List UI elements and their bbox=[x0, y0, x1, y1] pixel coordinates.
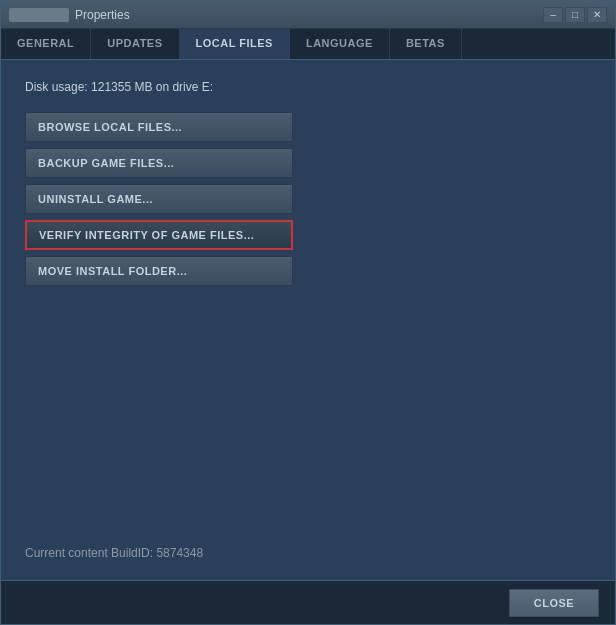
properties-window: Properties – □ ✕ GENERAL UPDATES LOCAL F… bbox=[0, 0, 616, 625]
disk-usage-label: Disk usage: 121355 MB on drive E: bbox=[25, 80, 591, 94]
uninstall-game-button[interactable]: UNINSTALL GAME... bbox=[25, 184, 293, 214]
app-icon bbox=[9, 8, 69, 22]
window-controls: – □ ✕ bbox=[543, 7, 607, 23]
minimize-button[interactable]: – bbox=[543, 7, 563, 23]
main-content: Disk usage: 121355 MB on drive E: BROWSE… bbox=[1, 60, 615, 580]
build-id-label: Current content BuildID: 5874348 bbox=[25, 546, 591, 560]
title-bar: Properties – □ ✕ bbox=[1, 1, 615, 29]
tab-bar: GENERAL UPDATES LOCAL FILES LANGUAGE BET… bbox=[1, 29, 615, 60]
bottom-bar: CLOSE bbox=[1, 580, 615, 624]
backup-game-files-button[interactable]: BACKUP GAME FILES... bbox=[25, 148, 293, 178]
tab-general[interactable]: GENERAL bbox=[1, 29, 91, 59]
close-button[interactable]: CLOSE bbox=[509, 589, 599, 617]
window-close-button[interactable]: ✕ bbox=[587, 7, 607, 23]
title-bar-left: Properties bbox=[9, 8, 130, 22]
verify-integrity-button[interactable]: VERIFY INTEGRITY OF GAME FILES... bbox=[25, 220, 293, 250]
action-buttons-section: BROWSE LOCAL FILES... BACKUP GAME FILES.… bbox=[25, 112, 293, 286]
move-install-folder-button[interactable]: MOVE INSTALL FOLDER... bbox=[25, 256, 293, 286]
maximize-button[interactable]: □ bbox=[565, 7, 585, 23]
tab-local-files[interactable]: LOCAL FILES bbox=[180, 29, 290, 59]
window-title: Properties bbox=[75, 8, 130, 22]
tab-updates[interactable]: UPDATES bbox=[91, 29, 179, 59]
tab-language[interactable]: LANGUAGE bbox=[290, 29, 390, 59]
browse-local-files-button[interactable]: BROWSE LOCAL FILES... bbox=[25, 112, 293, 142]
tab-betas[interactable]: BETAS bbox=[390, 29, 462, 59]
